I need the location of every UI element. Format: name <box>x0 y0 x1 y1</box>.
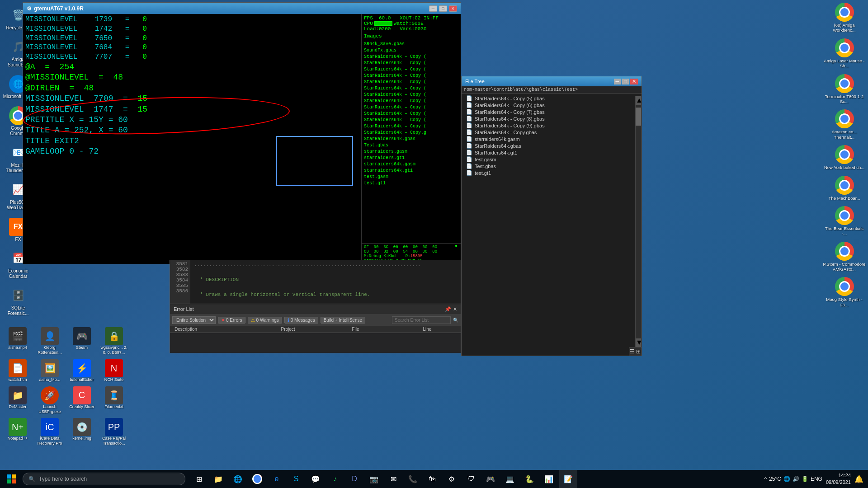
notification-icon[interactable]: 🔔 <box>854 475 863 483</box>
file-list: SR64k_Save.gbas SoundFx.gbas StarRaiders… <box>362 40 461 243</box>
tb-spotify[interactable]: ♪ <box>326 470 344 488</box>
minimize-button[interactable]: ─ <box>429 5 437 12</box>
ft-close[interactable]: ✕ <box>630 79 638 84</box>
tb-ie[interactable]: e <box>268 470 286 488</box>
tb-store[interactable]: 🛍 <box>423 470 441 488</box>
chrome-icon-amiga-workbench[interactable]: (68) Amiga Workbenc... <box>821 0 868 36</box>
chrome-icon-pstorm[interactable]: P.Storm - Commodore AMiGAsto... <box>821 239 868 275</box>
tb-notepad[interactable]: 📝 <box>559 470 577 488</box>
bd-icon-watch[interactable]: 📄 watch.htm <box>2 358 33 384</box>
bd-icon-kernel[interactable]: 💿 kernel.img <box>66 417 97 447</box>
window-icon: ⚙ <box>27 5 32 12</box>
tree-item-0[interactable]: 📄 StarRaiders64k - Copy (5).gbas <box>462 95 642 102</box>
bd-icon-filament[interactable]: 🧵 Filamentxt <box>99 385 129 416</box>
solution-filter[interactable]: Entire Solution <box>172 316 216 324</box>
tb-security[interactable]: 🛡 <box>462 470 480 488</box>
col-description: Description <box>172 327 281 332</box>
bd-icon-georg[interactable]: 👤 Georg Rottenstein... <box>34 326 65 357</box>
tree-item-6[interactable]: 📄 starraiders64k.gasm <box>462 136 642 142</box>
desktop-icon-sqlite[interactable]: 🗄️ SQLite Forensic... <box>1 285 35 318</box>
tree-item-9[interactable]: 📄 test.gasm <box>462 156 642 163</box>
warnings-button[interactable]: ⚠ 0 Warnings <box>248 317 282 324</box>
bd-icon-balena[interactable]: ⚡ balenaEtcher <box>66 358 97 384</box>
search-icon[interactable]: 🔍 <box>453 318 458 323</box>
file-item-3: StarRaiders64k – Copy ( <box>364 60 458 66</box>
bd-icon-case-paypal[interactable]: PP Case PayPal Transactio... <box>99 417 129 447</box>
tb-mail[interactable]: ✉ <box>384 470 402 488</box>
file-icon-3: 📄 <box>466 116 472 122</box>
tb-skype[interactable]: S <box>287 470 305 488</box>
tb-code[interactable]: 💻 <box>501 470 519 488</box>
tb-python[interactable]: 🐍 <box>520 470 538 488</box>
tb-task-view[interactable]: ⊞ <box>190 470 208 488</box>
tray-arrow[interactable]: ^ <box>764 476 767 482</box>
taskbar-right: ^ 25°C 🌐 🔊 🔋 ENG 14:24 09/09/2021 🔔 <box>760 470 868 488</box>
bd-icon-icare[interactable]: iC iCare Data Recovery Pro <box>34 417 65 447</box>
tb-phone[interactable]: 📞 <box>404 470 422 488</box>
tb-edge[interactable]: 🌐 <box>229 470 247 488</box>
debug-mode-line: M:Debug K:Kbd R:15895 <box>364 254 458 258</box>
bd-icon-steam[interactable]: 🎮 Steam <box>66 326 97 357</box>
error-toolbar: Entire Solution ✕ 0 Errors ⚠ 0 Warnings … <box>170 314 461 326</box>
scroll-thumb[interactable] <box>636 108 641 126</box>
tree-item-11[interactable]: 📄 test.gt1 <box>462 169 642 176</box>
volume-icon[interactable]: 🔊 <box>793 476 799 482</box>
close-button[interactable]: ✕ <box>449 5 457 12</box>
tb-discord[interactable]: D <box>345 470 363 488</box>
tree-item-10[interactable]: 📄 Test.gbas <box>462 163 642 169</box>
ft-maximize[interactable]: □ <box>622 79 629 84</box>
bd-icon-creality[interactable]: C Creality Slicer <box>66 385 97 416</box>
file-tree-content[interactable]: 📄 StarRaiders64k - Copy (5).gbas 📄 StarR… <box>462 94 642 356</box>
chrome-icon-moog[interactable]: Moog Style Synth - 23... <box>821 274 868 310</box>
tree-item-1[interactable]: 📄 StarRaiders64k - Copy (6).gbas <box>462 102 642 108</box>
tb-whatsapp[interactable]: 💬 <box>307 470 325 488</box>
chrome-icon-bear[interactable]: The Bear Essentials -... <box>821 203 868 239</box>
tb-task-manager[interactable]: 📊 <box>540 470 558 488</box>
tb-chrome-tb[interactable] <box>248 470 266 488</box>
green-dot-top: ● <box>455 244 458 249</box>
tree-grid-icon[interactable]: ⊞ <box>636 348 641 355</box>
bd-icon-wgss[interactable]: 🔒 wgssivpnc... 2, 0, 0, B597... <box>99 326 129 357</box>
tree-item-4[interactable]: 📄 StarRaiders64k - Copy (9).gbas <box>462 122 642 129</box>
temp-display: 25°C <box>769 476 781 482</box>
chrome-icon-amazon[interactable]: Amazon.co... Thermalt... <box>821 107 868 142</box>
bd-icon-dirmaster[interactable]: 📁 DirMaster <box>2 385 33 416</box>
emulator-debug-left: MISSIONLEVEL 1739 = 0 MISSIONLEVEL 1742 … <box>23 14 361 264</box>
chrome-icon-newyork[interactable]: New York baked ch... <box>821 142 868 173</box>
taskbar-search-box[interactable]: 🔍 Type here to search <box>23 473 185 485</box>
tb-camera[interactable]: 📷 <box>365 470 383 488</box>
file-tree-title: File Tree <box>465 79 485 84</box>
build-button[interactable]: Build + IntelliSense <box>321 317 365 324</box>
tree-item-3[interactable]: 📄 StarRaiders64k - Copy (8).gbas <box>462 115 642 122</box>
chrome-icon-mechboar[interactable]: The MechBoar... <box>821 173 868 203</box>
errors-button[interactable]: ✕ 0 Errors <box>218 317 245 324</box>
tree-view-icon[interactable]: ☰ <box>630 348 635 355</box>
error-close-icon[interactable]: ✕ <box>453 306 457 312</box>
bd-icon-launch[interactable]: 🚀 Launch USBPrg.exe <box>34 385 65 416</box>
tree-item-8[interactable]: 📄 StarRaiders64k.gt1 <box>462 149 642 156</box>
ft-minimize[interactable]: ─ <box>614 79 621 84</box>
file-item-12: StarRaiders64k – Copy ( <box>364 117 458 123</box>
bd-icon-nch[interactable]: N NCH Suite <box>99 358 129 384</box>
start-button[interactable] <box>0 470 23 488</box>
bd-icon-notepadpp[interactable]: N+ Notepad++ <box>2 417 33 447</box>
tree-item-2[interactable]: 📄 StarRaiders64k - Copy (7).gbas <box>462 108 642 115</box>
error-search-input[interactable] <box>392 316 451 324</box>
file-item-20: starraiders64k.gt1 <box>364 168 458 174</box>
messages-button[interactable]: ℹ 0 Messages <box>284 317 318 324</box>
bd-icon-aisha-mp4[interactable]: 🎬 aisha.mp4 <box>2 326 33 357</box>
tree-item-7[interactable]: 📄 StarRaiders64k.gbas <box>462 142 642 149</box>
tb-gamepad[interactable]: 🎮 <box>481 470 500 488</box>
bd-icon-aisha-mo[interactable]: 🖼️ aisha_Mo... <box>34 358 65 384</box>
scrollbar[interactable]: ▲ ▼ <box>635 96 642 347</box>
error-pin-icon[interactable]: 📌 <box>445 306 451 312</box>
maximize-button[interactable]: □ <box>439 5 447 12</box>
tb-settings[interactable]: ⚙ <box>443 470 461 488</box>
scroll-up[interactable]: ▲ <box>636 96 641 105</box>
chrome-icon-amiga-laser[interactable]: Amiga Laser Mouse - Sh... <box>821 36 868 71</box>
tb-file-explorer[interactable]: 📁 <box>209 470 227 488</box>
scroll-down[interactable]: ▼ <box>636 338 641 347</box>
tree-item-5[interactable]: 📄 StarRaiders64k - Copy.gbas <box>462 129 642 136</box>
chrome-icon-terminator[interactable]: Terminator T800 1-2 Sc... <box>821 71 868 107</box>
code-empty-1 <box>194 269 457 277</box>
